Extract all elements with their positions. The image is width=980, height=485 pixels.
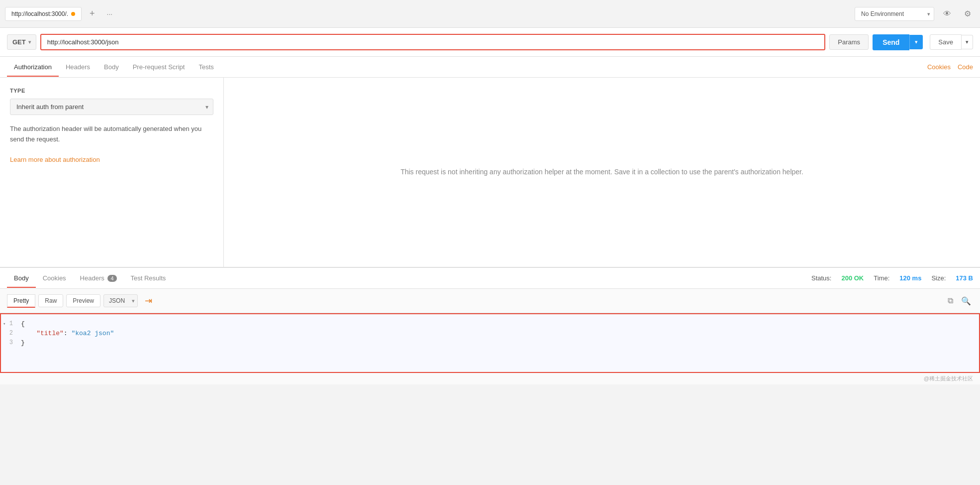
unsaved-dot: [71, 12, 75, 16]
response-tab-body[interactable]: Body: [7, 269, 36, 288]
auth-type-selector[interactable]: Inherit auth from parent: [10, 99, 213, 115]
code-line-1: ▾ 1 {: [1, 319, 979, 329]
status-value: 200 OK: [841, 274, 864, 282]
auth-left-panel: TYPE Inherit auth from parent The author…: [0, 78, 224, 267]
top-bar: http://localhost:3000/. + ··· No Environ…: [0, 0, 980, 28]
response-toolbar: Pretty Raw Preview JSON ⇥ ⧉ 🔍: [0, 289, 980, 313]
code-content-2: "title": "koa2 json": [21, 330, 979, 337]
params-button[interactable]: Params: [829, 34, 869, 50]
response-tabs-bar: Body Cookies Headers 4 Test Results Stat…: [0, 268, 980, 289]
auth-description: The authorization header will be automat…: [10, 124, 213, 165]
line-number-2: 2: [1, 330, 21, 337]
more-tabs-button[interactable]: ···: [103, 8, 117, 20]
toolbar-right: ⧉ 🔍: [946, 294, 973, 308]
auth-description-text: The authorization header will be automat…: [10, 125, 201, 143]
response-status-bar: Status: 200 OK Time: 120 ms Size: 173 B: [811, 274, 973, 282]
tab-headers[interactable]: Headers: [59, 58, 97, 77]
json-key: "title": [36, 330, 64, 337]
environment-selector[interactable]: No Environment: [855, 7, 934, 21]
pretty-button[interactable]: Pretty: [7, 294, 35, 308]
response-tab-headers[interactable]: Headers 4: [73, 269, 124, 288]
size-value: 173 B: [956, 274, 973, 282]
auth-select-input[interactable]: Inherit auth from parent: [10, 99, 213, 115]
eye-icon-button[interactable]: 👁: [939, 7, 955, 20]
tabs-bar-right: Cookies Code: [927, 63, 973, 71]
code-content-1: {: [21, 320, 979, 328]
send-button[interactable]: Send: [873, 34, 909, 50]
request-tab[interactable]: http://localhost:3000/.: [5, 7, 82, 21]
code-content-3: }: [21, 339, 979, 347]
code-line-3: 3 }: [1, 338, 979, 348]
gear-icon-button[interactable]: ⚙: [960, 7, 975, 20]
cookies-link[interactable]: Cookies: [927, 63, 951, 71]
env-select-input[interactable]: No Environment: [855, 7, 934, 21]
response-tab-cookies[interactable]: Cookies: [36, 269, 73, 288]
method-selector[interactable]: GET ▾: [7, 34, 36, 50]
request-tabs-bar: Authorization Headers Body Pre-request S…: [0, 57, 980, 78]
wrap-button[interactable]: ⇥: [141, 293, 156, 309]
line-number-3: 3: [1, 339, 21, 346]
time-label: Time:: [874, 274, 889, 282]
status-label: Status:: [811, 274, 831, 282]
format-select-input[interactable]: JSON: [103, 294, 138, 307]
watermark: @稀土掘金技术社区: [0, 373, 980, 384]
watermark-text: @稀土掘金技术社区: [924, 375, 973, 381]
send-button-group: Send ▾: [873, 34, 923, 50]
response-code-block: ▾ 1 { 2 "title": "koa2 json" 3 }: [0, 313, 980, 373]
tab-tests[interactable]: Tests: [192, 58, 220, 77]
preview-button[interactable]: Preview: [66, 294, 100, 307]
method-label: GET: [12, 38, 26, 46]
save-button-group: Save ▾: [930, 34, 973, 50]
headers-badge: 4: [107, 275, 116, 282]
learn-more-link[interactable]: Learn more about authorization: [10, 156, 100, 163]
size-label: Size:: [931, 274, 946, 282]
request-bar: GET ▾ Params Send ▾ Save ▾: [0, 28, 980, 57]
collapse-arrow[interactable]: ▾: [3, 321, 5, 327]
main-content: TYPE Inherit auth from parent The author…: [0, 78, 980, 267]
tab-prerequest[interactable]: Pre-request Script: [126, 58, 192, 77]
auth-helper-message: This request is not inheriting any autho…: [400, 166, 803, 178]
tab-authorization[interactable]: Authorization: [7, 58, 59, 77]
top-bar-right: No Environment 👁 ⚙: [855, 7, 975, 21]
json-val: "koa2 json": [71, 330, 114, 337]
type-label: TYPE: [10, 88, 213, 94]
time-value: 120 ms: [899, 274, 921, 282]
save-dropdown-button[interactable]: ▾: [962, 35, 973, 49]
method-arrow: ▾: [28, 39, 31, 45]
new-tab-button[interactable]: +: [86, 6, 99, 21]
send-dropdown-button[interactable]: ▾: [909, 35, 923, 49]
response-area: Body Cookies Headers 4 Test Results Stat…: [0, 267, 980, 384]
raw-button[interactable]: Raw: [38, 294, 63, 307]
response-tab-test-results[interactable]: Test Results: [124, 269, 173, 288]
auth-right-panel: This request is not inheriting any autho…: [224, 78, 980, 267]
line-number-1: ▾ 1: [1, 320, 21, 327]
wrap-icon: ⇥: [145, 296, 152, 306]
tab-body[interactable]: Body: [97, 58, 126, 77]
tab-label: http://localhost:3000/.: [11, 10, 68, 17]
code-line-2: 2 "title": "koa2 json": [1, 329, 979, 338]
url-input[interactable]: [40, 34, 826, 50]
save-button[interactable]: Save: [930, 34, 962, 50]
search-button[interactable]: 🔍: [959, 294, 973, 308]
copy-button[interactable]: ⧉: [946, 294, 955, 308]
code-link[interactable]: Code: [958, 63, 973, 71]
format-selector[interactable]: JSON: [103, 294, 138, 307]
